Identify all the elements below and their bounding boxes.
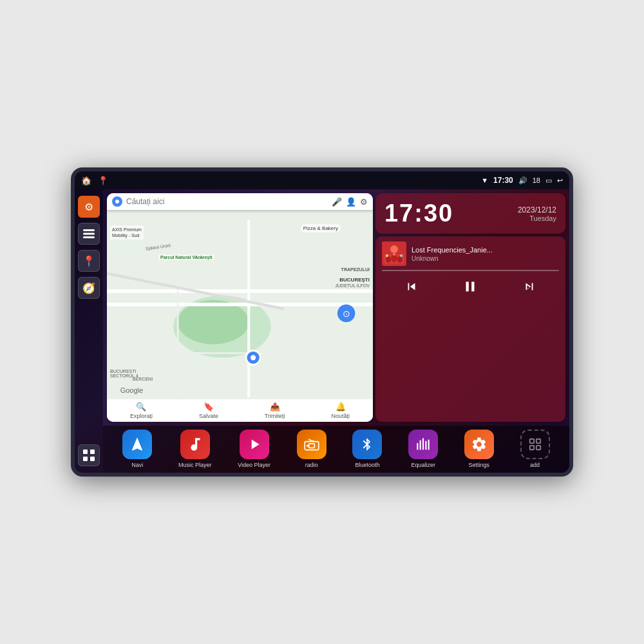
- svg-rect-1: [83, 233, 95, 235]
- clock-day-text: Tuesday: [518, 214, 556, 222]
- add-icon-box: [520, 430, 550, 459]
- svg-text:Google: Google: [120, 386, 143, 394]
- share-icon: 📤: [270, 402, 280, 412]
- add-label: add: [530, 462, 540, 469]
- svg-point-19: [251, 355, 256, 360]
- map-label-noutati: Noutăți: [331, 413, 350, 419]
- svg-rect-41: [529, 439, 533, 443]
- status-right-info: ▼ 17:30 🔊 18 ▭ ↩: [481, 176, 563, 185]
- content-area: 🎤 👤 ⚙: [103, 189, 569, 473]
- right-panel: 17:30 2023/12/12 Tuesday: [375, 193, 565, 422]
- radio-label: radio: [305, 462, 318, 469]
- sidebar-grid-btn[interactable]: [78, 444, 100, 466]
- equalizer-label: Equalizer: [411, 462, 435, 469]
- svg-text:⊙: ⊙: [343, 309, 350, 319]
- sidebar: ⚙ 📍 🧭: [75, 189, 103, 473]
- main-area: ⚙ 📍 🧭: [75, 189, 569, 473]
- settings-icon-box: [464, 430, 494, 459]
- map-item-noutati[interactable]: 🔔 Noutăți: [331, 402, 350, 419]
- clock-widget: 17:30 2023/12/12 Tuesday: [375, 193, 565, 234]
- status-time: 17:30: [493, 176, 513, 185]
- album-art: [382, 242, 406, 266]
- maps-icon[interactable]: 📍: [98, 176, 108, 185]
- svg-rect-4: [90, 450, 95, 454]
- svg-point-30: [393, 253, 395, 256]
- app-equalizer[interactable]: Equalizer: [408, 430, 438, 469]
- bookmark-icon: 🔖: [204, 402, 214, 412]
- home-icon[interactable]: 🏠: [81, 176, 91, 185]
- app-bluetooth[interactable]: Bluetooth: [352, 430, 382, 469]
- map-widget[interactable]: 🎤 👤 ⚙: [107, 193, 373, 422]
- sidebar-files-btn[interactable]: [78, 223, 100, 245]
- status-left-icons: 🏠 📍: [81, 176, 108, 185]
- music-details: Lost Frequencies_Janie... Unknown: [412, 246, 559, 262]
- back-icon[interactable]: ↩: [557, 176, 563, 185]
- clock-date: 2023/12/12 Tuesday: [518, 205, 556, 222]
- battery-level: 18: [533, 176, 540, 184]
- svg-rect-38: [422, 438, 424, 450]
- svg-point-8: [115, 200, 119, 204]
- music-controls: [382, 276, 559, 297]
- music-player-label: Music Player: [178, 462, 212, 469]
- bluetooth-label: Bluetooth: [355, 462, 379, 469]
- battery-icon: ▭: [545, 176, 552, 185]
- map-label-trimiteti: Trimiteți: [265, 413, 285, 419]
- svg-rect-39: [425, 441, 426, 450]
- svg-rect-36: [417, 443, 418, 450]
- map-search-bar: 🎤 👤 ⚙: [107, 193, 373, 210]
- svg-rect-3: [83, 450, 88, 454]
- settings-label: Settings: [469, 462, 490, 469]
- music-progress-bar[interactable]: [382, 270, 559, 271]
- map-label-salvate: Salvate: [199, 413, 218, 419]
- svg-rect-43: [529, 446, 533, 450]
- account-icon[interactable]: 👤: [346, 197, 356, 207]
- top-section: 🎤 👤 ⚙: [103, 189, 569, 426]
- next-button[interactable]: [519, 276, 540, 297]
- svg-point-31: [400, 254, 402, 257]
- svg-rect-34: [308, 444, 314, 448]
- svg-rect-6: [90, 457, 95, 461]
- music-info: Lost Frequencies_Janie... Unknown: [382, 242, 559, 266]
- sidebar-location-btn[interactable]: 📍: [78, 250, 100, 272]
- svg-point-28: [397, 256, 402, 263]
- sidebar-settings-btn[interactable]: ⚙: [78, 196, 100, 218]
- video-player-label: Video Player: [238, 462, 270, 469]
- svg-rect-5: [83, 457, 88, 461]
- mic-icon[interactable]: 🎤: [332, 197, 342, 207]
- app-music-player[interactable]: Music Player: [178, 430, 212, 469]
- wifi-icon: ▼: [481, 176, 488, 184]
- app-add[interactable]: add: [520, 430, 550, 469]
- svg-rect-37: [420, 440, 421, 450]
- music-player-icon-box: [180, 430, 210, 459]
- google-maps-logo: [112, 196, 122, 207]
- pause-button[interactable]: [460, 276, 480, 297]
- radio-icon-box: [297, 430, 327, 459]
- map-label-explorati: Explorați: [130, 413, 153, 419]
- svg-point-11: [178, 300, 249, 345]
- map-item-salvate[interactable]: 🔖 Salvate: [199, 402, 218, 419]
- volume-icon: 🔊: [518, 176, 527, 185]
- video-player-icon-box: [240, 430, 269, 459]
- sidebar-nav-btn[interactable]: 🧭: [78, 277, 100, 299]
- svg-rect-2: [83, 236, 95, 238]
- map-item-trimiteti[interactable]: 📤 Trimiteți: [265, 402, 285, 419]
- device-frame: 🏠 📍 ▼ 17:30 🔊 18 ▭ ↩ ⚙ 📍 🧭: [71, 167, 573, 477]
- app-navi[interactable]: Navi: [122, 430, 152, 469]
- navi-label: Navi: [131, 462, 143, 469]
- music-title: Lost Frequencies_Janie...: [412, 246, 559, 254]
- map-search-input[interactable]: [126, 197, 328, 206]
- app-settings[interactable]: Settings: [464, 430, 494, 469]
- map-bottom-bar: 🔍 Explorați 🔖 Salvate 📤 Trimiteți �: [107, 399, 373, 422]
- app-radio[interactable]: radio: [297, 430, 327, 469]
- svg-point-26: [386, 256, 391, 263]
- map-svg: ⊙ Google: [107, 213, 373, 405]
- svg-point-24: [390, 245, 398, 253]
- bluetooth-icon-box: [352, 430, 382, 459]
- map-settings-icon[interactable]: ⚙: [360, 197, 368, 207]
- clock-time: 17:30: [384, 200, 453, 227]
- map-item-explorati[interactable]: 🔍 Explorați: [130, 402, 153, 419]
- prev-button[interactable]: [401, 276, 422, 297]
- app-video-player[interactable]: Video Player: [238, 430, 270, 469]
- music-artist: Unknown: [412, 255, 559, 262]
- search-icon: 🔍: [136, 402, 146, 412]
